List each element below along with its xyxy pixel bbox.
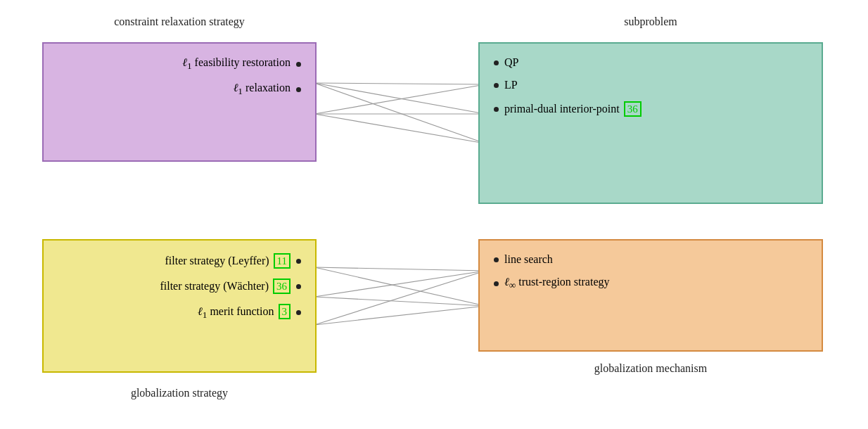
orange-item-2-text: ℓ∞ trust-region strategy — [504, 276, 609, 291]
orange-item-1: line search — [494, 253, 808, 266]
yellow-item-3: ℓ1 merit function 3 — [58, 304, 301, 321]
yellow-box-content: filter strategy (Leyffer) 11 filter stra… — [44, 241, 315, 333]
purple-item-1: ℓ1 feasibility restoration — [58, 56, 301, 72]
teal-item-3-dot — [494, 107, 499, 112]
yellow-item-1-dot — [296, 259, 301, 264]
label-globalization-strategy: globalization strategy — [42, 387, 317, 399]
teal-item-1-text: QP — [504, 56, 518, 69]
yellow-item-3-dot — [296, 310, 301, 315]
svg-line-1 — [314, 83, 485, 114]
orange-item-2-dot — [494, 281, 499, 286]
teal-item-2: LP — [494, 79, 808, 91]
teal-item-3-text: primal-dual interior-point 36 — [504, 101, 642, 117]
ref-3: 3 — [279, 304, 291, 319]
purple-item-2-dot — [296, 87, 301, 92]
svg-line-0 — [314, 83, 485, 84]
teal-item-2-dot — [494, 83, 499, 88]
ref-11: 11 — [274, 253, 291, 269]
purple-item-1-dot — [296, 62, 301, 67]
svg-line-2 — [314, 83, 485, 143]
diagram: ℓ1 feasibility restoration ℓ1 relaxation… — [0, 0, 868, 429]
svg-line-11 — [314, 306, 485, 325]
teal-item-2-text: LP — [504, 79, 518, 91]
purple-item-2: ℓ1 relaxation — [58, 82, 301, 97]
purple-box-content: ℓ1 feasibility restoration ℓ1 relaxation — [44, 44, 315, 110]
yellow-item-2-text: filter strategy (Wächter) 36 — [160, 278, 291, 294]
ref-36-yellow: 36 — [273, 278, 291, 294]
svg-line-3 — [314, 84, 485, 114]
teal-item-1: QP — [494, 56, 808, 69]
orange-box: line search ℓ∞ trust-region strategy — [478, 239, 823, 352]
label-constraint-relaxation: constraint relaxation strategy — [42, 15, 317, 28]
yellow-item-1: filter strategy (Leyffer) 11 — [58, 253, 301, 269]
orange-box-content: line search ℓ∞ trust-region strategy — [480, 241, 822, 304]
teal-box-content: QP LP primal-dual interior-point 36 — [480, 44, 822, 129]
svg-line-9 — [314, 297, 485, 306]
purple-box: ℓ1 feasibility restoration ℓ1 relaxation — [42, 42, 317, 162]
svg-line-6 — [314, 267, 485, 271]
label-subproblem: subproblem — [478, 15, 823, 28]
svg-line-7 — [314, 267, 485, 306]
teal-item-1-dot — [494, 60, 499, 65]
yellow-item-2: filter strategy (Wächter) 36 — [58, 278, 301, 294]
orange-item-1-dot — [494, 257, 499, 262]
purple-item-2-text: ℓ1 relaxation — [234, 82, 291, 97]
svg-line-10 — [314, 271, 485, 325]
orange-item-2: ℓ∞ trust-region strategy — [494, 276, 808, 291]
yellow-item-2-dot — [296, 284, 301, 289]
teal-item-3: primal-dual interior-point 36 — [494, 101, 808, 117]
svg-line-5 — [314, 114, 485, 143]
svg-line-8 — [314, 271, 485, 297]
label-globalization-mechanism: globalization mechanism — [478, 362, 823, 375]
teal-box: QP LP primal-dual interior-point 36 — [478, 42, 823, 204]
ref-36-teal: 36 — [624, 101, 642, 117]
purple-item-1-text: ℓ1 feasibility restoration — [182, 56, 291, 72]
yellow-box: filter strategy (Leyffer) 11 filter stra… — [42, 239, 317, 373]
yellow-item-3-text: ℓ1 merit function 3 — [198, 304, 291, 321]
yellow-item-1-text: filter strategy (Leyffer) 11 — [165, 253, 291, 269]
orange-item-1-text: line search — [504, 253, 553, 266]
